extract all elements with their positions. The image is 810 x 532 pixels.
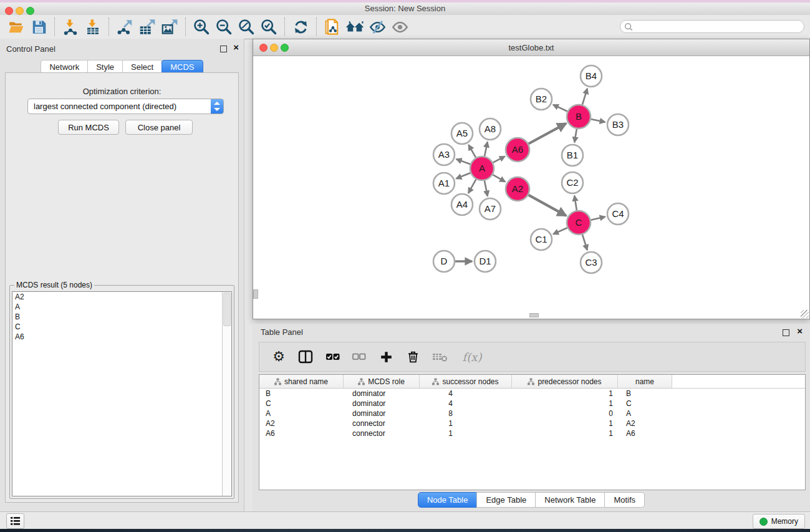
node-D1[interactable]: D1 xyxy=(475,251,496,272)
show-columns-button[interactable] xyxy=(297,349,314,365)
edge-A-A6[interactable] xyxy=(493,157,505,163)
search-input[interactable] xyxy=(620,20,804,33)
resize-grip[interactable] xyxy=(801,310,809,318)
node-B3[interactable]: B3 xyxy=(607,114,629,135)
edge-A-A5[interactable] xyxy=(468,145,476,157)
fit-content-button[interactable] xyxy=(235,17,258,37)
node-A3[interactable]: A3 xyxy=(433,144,455,165)
network-window-titlebar[interactable]: testGlobe.txt xyxy=(253,39,809,56)
new-network-from-selection-button[interactable] xyxy=(321,17,344,37)
edge-A-A8[interactable] xyxy=(485,142,488,157)
scrollbar-thumb[interactable] xyxy=(223,293,231,326)
edge-A-A4[interactable] xyxy=(468,180,476,193)
close-panel-icon[interactable]: × xyxy=(233,42,239,52)
edge-A-A1[interactable] xyxy=(456,173,471,178)
edge-B-B4[interactable] xyxy=(582,89,587,105)
deselect-all-button[interactable] xyxy=(351,349,367,365)
mcds-result-item[interactable]: B xyxy=(12,312,231,322)
node-A2[interactable]: A2 xyxy=(506,177,529,201)
node-C1[interactable]: C1 xyxy=(531,229,552,250)
horizontal-scrollbar-thumb[interactable] xyxy=(529,313,539,317)
table-row[interactable]: Cdominator41C xyxy=(259,399,805,409)
import-network-from-file-button[interactable] xyxy=(59,17,82,37)
function-builder-button[interactable]: f(x) xyxy=(458,349,486,365)
zoom-out-button[interactable] xyxy=(213,17,235,37)
save-session-button[interactable] xyxy=(27,17,50,37)
export-network-button[interactable] xyxy=(113,17,136,37)
first-neighbors-button[interactable] xyxy=(344,17,366,37)
import-table-from-file-button[interactable] xyxy=(82,17,104,37)
edge-A2-C[interactable] xyxy=(529,195,566,216)
edge-C-C2[interactable] xyxy=(574,196,577,210)
table-row[interactable]: A6connector11A6 xyxy=(259,428,805,438)
export-image-button[interactable] xyxy=(158,17,181,37)
table-row[interactable]: Adominator80A xyxy=(259,409,805,418)
export-table-button[interactable] xyxy=(136,17,158,37)
mcds-result-item[interactable]: A xyxy=(12,302,231,312)
select-all-button[interactable] xyxy=(324,349,340,365)
node-B4[interactable]: B4 xyxy=(581,65,602,87)
scrollbar-track[interactable] xyxy=(222,292,231,496)
edge-B-B2[interactable] xyxy=(553,105,567,112)
float-table-panel-icon[interactable] xyxy=(783,329,789,336)
tab-motifs[interactable]: Motifs xyxy=(604,492,645,508)
node-C4[interactable]: C4 xyxy=(607,203,629,225)
table-cell: 0 xyxy=(512,409,618,418)
node-C3[interactable]: C3 xyxy=(581,252,602,273)
zoom-in-button[interactable] xyxy=(190,17,213,37)
open-session-button[interactable] xyxy=(5,17,27,37)
node-A7[interactable]: A7 xyxy=(480,198,501,220)
tab-node-table[interactable]: Node Table xyxy=(418,492,478,508)
edge-A-A7[interactable] xyxy=(485,181,488,196)
show-all-button[interactable] xyxy=(388,17,411,37)
mcds-result-item[interactable]: C xyxy=(12,322,231,332)
column-header-mcds-role[interactable]: MCDS role xyxy=(344,375,420,388)
column-header-predecessor-nodes[interactable]: predecessor nodes xyxy=(512,375,618,388)
delete-columns-button[interactable] xyxy=(405,349,421,365)
apply-preferred-layout-button[interactable] xyxy=(289,17,312,37)
edge-B-B1[interactable] xyxy=(574,129,576,143)
delete-table-button[interactable] xyxy=(432,349,448,365)
node-A[interactable]: A xyxy=(470,157,494,180)
node-D[interactable]: D xyxy=(433,251,455,272)
hide-selected-button[interactable] xyxy=(366,17,388,37)
optimization-criterion-select[interactable]: largest connected component (directed) xyxy=(27,99,224,114)
table-row[interactable]: Bdominator41B xyxy=(259,389,805,399)
edge-C-C4[interactable] xyxy=(591,217,605,220)
node-B1[interactable]: B1 xyxy=(562,145,583,166)
node-B2[interactable]: B2 xyxy=(531,89,552,110)
memory-button[interactable]: Memory xyxy=(753,514,805,529)
node-A6[interactable]: A6 xyxy=(506,138,529,162)
create-column-button[interactable] xyxy=(378,349,394,365)
node-C2[interactable]: C2 xyxy=(562,172,583,193)
node-A1[interactable]: A1 xyxy=(433,173,455,194)
edge-A-A3[interactable] xyxy=(456,159,470,164)
node-A4[interactable]: A4 xyxy=(451,194,473,215)
task-history-button[interactable] xyxy=(6,513,24,529)
tab-edge-table[interactable]: Edge Table xyxy=(476,492,536,508)
node-B[interactable]: B xyxy=(567,105,591,128)
node-A8[interactable]: A8 xyxy=(480,118,501,140)
mcds-result-item[interactable]: A6 xyxy=(12,332,231,342)
node-C[interactable]: C xyxy=(567,211,591,235)
tab-network-table[interactable]: Network Table xyxy=(535,492,605,508)
table-row[interactable]: A2connector11A2 xyxy=(259,418,805,428)
column-header-name[interactable]: name xyxy=(618,375,672,388)
close-table-panel-icon[interactable]: × xyxy=(797,326,803,336)
column-header-shared-name[interactable]: shared name xyxy=(259,375,344,388)
column-header-successor-nodes[interactable]: successor nodes xyxy=(420,375,512,388)
edge-A-A2[interactable] xyxy=(493,175,505,181)
network-canvas[interactable]: B4B2BB3B1A6A5A8A3AA1A4A7A2C2C4CC1C3DD1 xyxy=(253,56,809,317)
edge-C-C3[interactable] xyxy=(582,235,587,250)
table-options-button[interactable]: ⚙ xyxy=(271,349,287,365)
vertical-scrollbar-thumb[interactable] xyxy=(253,289,258,299)
edge-C-C1[interactable] xyxy=(553,228,567,234)
node-A5[interactable]: A5 xyxy=(451,123,473,144)
edge-A6-B[interactable] xyxy=(529,123,566,144)
mcds-result-item[interactable]: A2 xyxy=(12,292,231,302)
edge-B-B3[interactable] xyxy=(591,119,605,122)
float-panel-icon[interactable] xyxy=(220,46,227,52)
zoom-selected-button[interactable] xyxy=(258,17,280,37)
close-panel-button[interactable]: Close panel xyxy=(125,120,193,135)
run-mcds-button[interactable]: Run MCDS xyxy=(58,120,119,135)
